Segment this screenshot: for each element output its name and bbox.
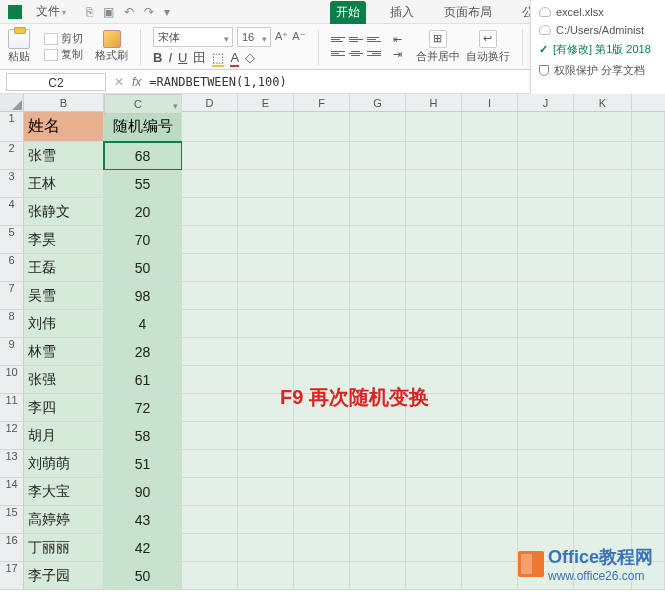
copy-button[interactable]: 复制 [44,47,83,62]
font-color-button[interactable]: A [230,50,239,65]
row-header[interactable]: 16 [0,534,24,562]
cell-name[interactable]: 吴雪 [24,282,104,310]
cell-name[interactable]: 王磊 [24,254,104,282]
align-left-icon[interactable] [331,48,345,60]
cell-name[interactable]: 李昊 [24,226,104,254]
file-menu[interactable]: 文件▾ [36,3,66,20]
row-header[interactable]: 6 [0,254,24,282]
cell-name[interactable]: 李大宝 [24,478,104,506]
cell-name[interactable]: 李子园 [24,562,104,590]
row-header[interactable]: 17 [0,562,24,590]
cell-random[interactable]: 4 [104,310,182,338]
cell-random[interactable]: 42 [104,534,182,562]
align-top-icon[interactable] [331,34,345,46]
row-header[interactable]: 10 [0,366,24,394]
tab-layout[interactable]: 页面布局 [438,1,498,24]
cell-random[interactable]: 72 [104,394,182,422]
cell-name[interactable]: 刘伟 [24,310,104,338]
cell-name[interactable]: 丁丽丽 [24,534,104,562]
align-center-icon[interactable] [349,48,363,60]
cell-random[interactable]: 68 [104,142,182,170]
fx-cancel-icon[interactable]: ✕ [114,75,124,89]
column-header-E[interactable]: E [238,94,294,111]
paste-button[interactable]: 粘贴 [8,29,30,64]
cell-empty[interactable] [182,198,665,226]
doc-protect-line[interactable]: 权限保护 分享文档 [539,63,657,78]
cell-name[interactable]: 张静文 [24,198,104,226]
cell-empty[interactable] [182,422,665,450]
merge-button[interactable]: ⊞ 合并居中 [416,30,460,64]
cell-random[interactable]: 90 [104,478,182,506]
align-right-icon[interactable] [367,48,381,60]
column-header-D[interactable]: D [182,94,238,111]
row-header[interactable]: 12 [0,422,24,450]
cell-random[interactable]: 61 [104,366,182,394]
cell-random[interactable]: 20 [104,198,182,226]
cell-empty[interactable] [182,394,665,422]
increase-font-icon[interactable]: A⁺ [275,30,288,43]
column-header-C[interactable]: C [104,94,182,114]
underline-button[interactable]: U [178,50,187,65]
tab-home[interactable]: 开始 [330,1,366,24]
cell-empty[interactable] [182,142,665,170]
row-header[interactable]: 4 [0,198,24,226]
cell-name[interactable]: 刘萌萌 [24,450,104,478]
row-header[interactable]: 13 [0,450,24,478]
cell-random[interactable]: 43 [104,506,182,534]
row-header[interactable]: 11 [0,394,24,422]
header-random[interactable]: 随机编号 [104,112,182,142]
cell-name[interactable]: 李四 [24,394,104,422]
column-header-B[interactable]: B [24,94,104,111]
qat-more-icon[interactable]: ▾ [164,5,170,19]
cell-random[interactable]: 70 [104,226,182,254]
clear-format-button[interactable]: ◇ [245,50,255,65]
tab-insert[interactable]: 插入 [384,1,420,24]
indent-decrease-icon[interactable]: ⇤ [393,33,402,46]
cell-name[interactable]: 林雪 [24,338,104,366]
fx-icon[interactable]: fx [132,75,141,89]
cell-random[interactable]: 50 [104,562,182,590]
cell-name[interactable]: 高婷婷 [24,506,104,534]
cell-empty[interactable] [182,226,665,254]
italic-button[interactable]: I [168,50,172,65]
cell-random[interactable]: 50 [104,254,182,282]
qat-redo-icon[interactable]: ↷ [144,5,154,19]
cut-button[interactable]: 剪切 [44,31,83,46]
indent-increase-icon[interactable]: ⇥ [393,48,402,61]
row-header[interactable]: 9 [0,338,24,366]
row-header[interactable]: 3 [0,170,24,198]
row-header[interactable]: 2 [0,142,24,170]
cell-empty[interactable] [182,506,665,534]
cell-empty[interactable] [182,478,665,506]
column-header-F[interactable]: F [294,94,350,111]
cell-empty[interactable] [182,170,665,198]
cell-random[interactable]: 28 [104,338,182,366]
row-header[interactable]: 1 [0,112,24,142]
column-header-K[interactable]: K [574,94,632,111]
cell-empty[interactable] [182,450,665,478]
spreadsheet-grid[interactable]: BCDEFGHIJK 1姓名随机编号2张雪683王林554张静文205李昊706… [0,94,665,590]
cell-name[interactable]: 张强 [24,366,104,394]
border-button[interactable]: 田 [193,49,206,67]
cell-empty[interactable] [182,310,665,338]
cell-random[interactable]: 98 [104,282,182,310]
bold-button[interactable]: B [153,50,162,65]
fill-color-button[interactable]: ⬚ [212,50,224,65]
header-name[interactable]: 姓名 [24,112,104,142]
cell-empty[interactable] [182,338,665,366]
name-box[interactable]: C2 [6,73,106,91]
column-header-I[interactable]: I [462,94,518,111]
row-header[interactable]: 15 [0,506,24,534]
qat-print-icon[interactable]: ▣ [103,5,114,19]
row-header[interactable]: 14 [0,478,24,506]
cell-random[interactable]: 58 [104,422,182,450]
cell-random[interactable]: 51 [104,450,182,478]
cell-empty[interactable] [182,254,665,282]
font-size-select[interactable]: 16 [237,27,271,47]
cell-empty[interactable] [182,112,665,142]
qat-save-icon[interactable]: ⎘ [86,5,93,19]
qat-undo-icon[interactable]: ↶ [124,5,134,19]
cell-name[interactable]: 胡月 [24,422,104,450]
column-header-H[interactable]: H [406,94,462,111]
cell-empty[interactable] [182,366,665,394]
